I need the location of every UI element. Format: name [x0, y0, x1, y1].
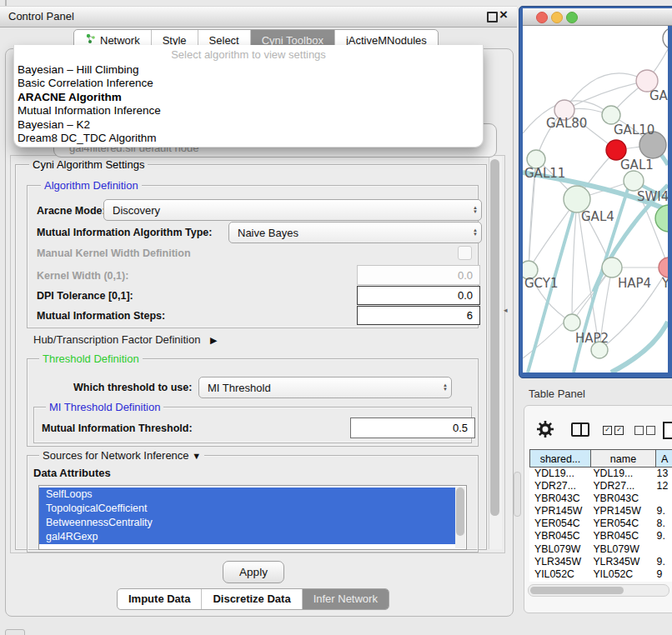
list-item-selected[interactable]: TopologicalCoefficient [39, 502, 462, 516]
list-item-selected[interactable]: BetweennessCentrality [39, 516, 462, 530]
table-panel-title: Table Panel [529, 388, 585, 400]
mi-steps-field[interactable]: 6 [357, 306, 480, 325]
list-item-selected[interactable]: gal4RGexp [39, 530, 462, 544]
manual-kernel-checkbox[interactable] [458, 246, 472, 260]
zoom-traffic-icon[interactable] [566, 12, 578, 23]
tab-impute-data[interactable]: Impute Data [118, 589, 201, 609]
stepper-arrows-icon: ▲▼ [443, 378, 448, 398]
hub-section-label: Hub/Transcription Factor Definition [33, 333, 200, 346]
table-row[interactable]: YDL19...YDL19...13 [529, 468, 672, 480]
new-table-icon[interactable] [663, 422, 672, 439]
table-hscrollbar-track[interactable] [528, 584, 669, 597]
dropdown-item[interactable]: Bayesian – Hill Climbing [14, 63, 483, 77]
mi-steps-label: Mutual Information Steps: [37, 310, 165, 322]
mi-type-combo[interactable]: Naive Bayes ▲▼ [228, 222, 482, 243]
splitter-handle[interactable] [514, 472, 521, 517]
dropdown-item-selected[interactable]: ARACNE Algorithm [14, 91, 483, 104]
deselect-all-columns-icon[interactable] [634, 426, 655, 435]
dropdown-item[interactable]: Mutual Information Inference [14, 104, 483, 118]
table-row[interactable]: YIL052CYIL052C9 [529, 568, 672, 581]
node-label: SWI4 [637, 189, 668, 204]
mi-threshold-label: Mutual Information Threshold: [42, 422, 193, 434]
node-y-partial[interactable] [659, 258, 668, 278]
column-header-name[interactable]: name [590, 449, 656, 468]
data-attributes-label: Data Attributes [33, 467, 111, 479]
algorithm-dropdown-popup: Select algorithm to view settings Bayesi… [13, 45, 484, 148]
dropdown-placeholder: Select algorithm to view settings [14, 45, 483, 63]
close-traffic-icon[interactable] [536, 12, 548, 23]
sources-group-title[interactable]: Sources for Network Inference ▼ [39, 449, 204, 462]
close-icon[interactable]: × [499, 7, 508, 23]
dropdown-item[interactable]: Basic Correlation Inference [14, 77, 483, 90]
manual-kernel-label: Manual Kernel Width Definition [37, 248, 191, 259]
node-green-partial[interactable] [655, 205, 668, 232]
list-scrollbar-thumb[interactable] [456, 488, 464, 536]
node-partial[interactable] [663, 28, 668, 49]
node-hap4[interactable] [602, 258, 622, 278]
list-item-selected[interactable]: SelfLoops [39, 488, 462, 502]
expand-down-icon: ▼ [192, 451, 201, 461]
node-hap2[interactable] [564, 314, 580, 331]
expand-right-icon: ▶ [210, 335, 217, 345]
table-header: shared... name A [529, 449, 672, 468]
threshold-group-title: Threshold Definition [39, 352, 143, 365]
column-header-shared-name[interactable]: shared... [529, 449, 591, 468]
column-browser-icon[interactable] [571, 422, 589, 437]
kernel-width-label: Kernel Width (0,1): [37, 270, 128, 282]
float-window-icon[interactable] [487, 12, 498, 22]
dpi-tolerance-field[interactable]: 0.0 [357, 286, 480, 305]
table-row[interactable]: YLR345WYLR345W9. [529, 556, 672, 568]
divider-tick [5, 0, 7, 6]
stepper-arrows-icon: ▲▼ [473, 222, 478, 242]
table-row[interactable]: YBL079WYBL079W [529, 543, 672, 556]
column-header-partial[interactable]: A [655, 449, 672, 468]
table-row[interactable]: YBR043CYBR043C [529, 492, 672, 505]
mi-type-value: Naive Bayes [238, 227, 298, 239]
control-panel-titlebar [0, 6, 517, 28]
settings-scrollbar-thumb[interactable] [490, 159, 499, 516]
mi-type-label: Mutual Information Algorithm Type: [37, 227, 212, 238]
partial-button[interactable] [5, 629, 25, 635]
aracne-mode-value: Discovery [113, 204, 160, 217]
node-label: GAL11 [524, 166, 565, 181]
screen: Control Panel × Network Style Select Cyn… [0, 0, 672, 635]
apply-button[interactable]: Apply [223, 561, 284, 583]
mi-threshold-group-title: MI Threshold Definition [46, 401, 163, 413]
dpi-tolerance-label: DPI Tolerance [0,1]: [37, 290, 133, 302]
tab-infer-network[interactable]: Infer Network [302, 589, 389, 609]
dropdown-item[interactable]: Dream8 DC_TDC Algorithm [14, 132, 483, 145]
stepper-arrows-icon: ▲▼ [473, 200, 478, 220]
network-canvas[interactable]: GAL GAL80 GAL10 GAL1 GAL11 SWI4 GAL4 GCY… [523, 26, 668, 372]
node-label: GAL10 [614, 122, 654, 138]
aracne-mode-combo[interactable]: Discovery ▲▼ [103, 199, 482, 221]
kernel-width-field[interactable]: 0.0 [357, 265, 480, 285]
node-label: GAL1 [620, 158, 654, 172]
network-graph: GAL GAL80 GAL10 GAL1 GAL11 SWI4 GAL4 GCY… [523, 26, 668, 372]
which-threshold-combo[interactable]: MI Threshold ▲▼ [198, 377, 452, 398]
table-row[interactable]: YER054CYER054C8. [529, 518, 672, 530]
table-hscrollbar-thumb[interactable] [530, 587, 624, 594]
tab-discretize-data[interactable]: Discretize Data [201, 589, 301, 609]
node-swi4[interactable] [624, 171, 644, 191]
table-row[interactable]: YPR145WYPR145W9. [529, 505, 672, 518]
select-all-columns-icon[interactable]: ✓ ✓ [603, 426, 624, 435]
table-row[interactable]: YBR045CYBR045C9. [529, 530, 672, 542]
table-body: YDL19...YDL19...13 YDR27...YDR27...12 YB… [529, 468, 672, 582]
dropdown-item[interactable]: Bayesian – K2 [14, 118, 483, 132]
which-threshold-label: Which threshold to use: [73, 382, 192, 393]
data-attributes-list: SelfLoops TopologicalCoefficient Between… [38, 485, 467, 550]
bottom-tabs: Impute Data Discretize Data Infer Networ… [117, 588, 389, 610]
mi-threshold-field[interactable]: 0.5 [350, 418, 475, 438]
cyni-settings-group-title: Cyni Algorithm Settings [29, 158, 148, 171]
minimize-traffic-icon[interactable] [551, 12, 563, 23]
node-label: GAL [649, 88, 668, 103]
node-gal10[interactable] [602, 106, 620, 124]
table-row[interactable]: YDR27...YDR27...12 [529, 480, 672, 492]
network-window-titlebar[interactable] [523, 8, 672, 26]
node-label: GAL80 [546, 116, 587, 131]
node-label: GAL4 [581, 209, 614, 224]
hub-section-toggle[interactable]: Hub/Transcription Factor Definition ▶ [33, 333, 217, 346]
gear-icon[interactable] [536, 420, 554, 442]
splitter-collapse-arrow[interactable]: ◂ [504, 306, 508, 314]
aracne-mode-label: Aracne Mode: [37, 205, 106, 217]
